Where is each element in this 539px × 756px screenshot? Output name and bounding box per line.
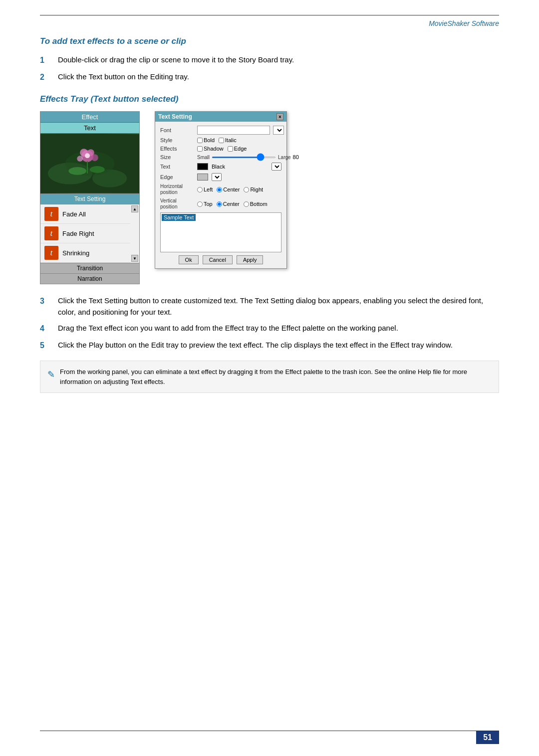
font-input[interactable] <box>197 126 270 135</box>
style-checkboxes: Bold Italic <box>197 137 281 143</box>
italic-checkbox[interactable] <box>219 138 224 143</box>
vert-center-item: Center <box>217 201 240 207</box>
vert-center-radio[interactable] <box>217 201 222 207</box>
horiz-row: Horizontalposition Left Center Right <box>160 184 281 195</box>
text-color-row: Text Black <box>160 163 281 171</box>
vert-bottom-label: Bottom <box>250 201 268 207</box>
size-label: Size <box>160 154 194 160</box>
shadow-label: Shadow <box>204 146 224 152</box>
horiz-radio-group: Left Center Right <box>197 187 281 192</box>
edge-color-swatch[interactable] <box>197 174 208 181</box>
italic-label: Italic <box>225 137 237 143</box>
svg-point-9 <box>85 153 90 158</box>
horiz-center-radio[interactable] <box>217 187 222 192</box>
font-dropdown[interactable] <box>273 126 284 135</box>
vert-bottom-radio[interactable] <box>244 201 249 207</box>
tray-text-bar[interactable]: Text <box>40 123 139 134</box>
section2-title: Effects Tray (Text button selected) <box>40 94 499 104</box>
sample-text-area[interactable]: Sample Text <box>160 212 281 252</box>
dialog-body: Font Style Bold Italic <box>155 122 286 268</box>
size-value: 80 <box>293 154 303 160</box>
font-row: Font <box>160 126 281 135</box>
vert-row: Verticalposition Top Center Bottom <box>160 198 281 210</box>
section1-title: To add text effects to a scene or clip <box>40 36 499 46</box>
font-label: Font <box>160 127 194 133</box>
shrinking-icon: t <box>44 246 58 260</box>
text-color-name: Black <box>212 164 270 170</box>
cancel-button[interactable]: Cancel <box>203 255 233 264</box>
bold-checkbox[interactable] <box>197 138 203 143</box>
effects-checkboxes: Shadow Edge <box>197 146 281 152</box>
scroll-down-btn[interactable]: ▼ <box>131 255 138 262</box>
page: MovieShaker Software To add text effects… <box>0 0 539 756</box>
step-num-3: 3 <box>40 295 58 307</box>
size-large-label: Large <box>278 155 291 160</box>
horiz-label: Horizontalposition <box>160 184 194 195</box>
edge-checkbox-item: Edge <box>228 146 247 152</box>
step-3-text: Click the Text Setting button to create … <box>58 295 499 318</box>
size-small-label: Small <box>197 155 210 160</box>
fade-all-label: Fade All <box>62 210 86 218</box>
tray-item-fadeall[interactable]: t Fade All <box>40 204 130 224</box>
bold-checkbox-item: Bold <box>197 137 215 143</box>
style-row: Style Bold Italic <box>160 137 281 143</box>
text-color-dropdown[interactable] <box>271 163 281 171</box>
step-2-text: Click the Text button on the Editing tra… <box>58 71 189 83</box>
svg-point-12 <box>90 166 105 173</box>
horiz-right-label: Right <box>250 187 263 192</box>
style-label: Style <box>160 137 194 143</box>
edge-color-row: Edge <box>160 173 281 181</box>
step-2: 2 Click the Text button on the Editing t… <box>40 71 499 83</box>
italic-checkbox-item: Italic <box>219 137 237 143</box>
edge-color-control <box>197 173 281 181</box>
size-slider[interactable] <box>212 157 276 158</box>
shadow-checkbox[interactable] <box>197 146 203 152</box>
horiz-right-radio[interactable] <box>244 187 249 192</box>
brand-text: MovieShaker Software <box>429 19 499 27</box>
vert-bottom-item: Bottom <box>244 201 268 207</box>
page-number: 51 <box>476 731 499 744</box>
svg-point-7 <box>77 156 83 162</box>
tray-item-faderight[interactable]: t Fade Right <box>40 224 130 243</box>
text-color-swatch[interactable] <box>197 163 208 170</box>
text-color-label: Text <box>160 164 194 170</box>
top-rule <box>40 15 499 15</box>
tray-preview-image <box>40 134 139 193</box>
vert-center-label: Center <box>223 201 240 207</box>
edge-checkbox[interactable] <box>228 146 233 152</box>
shadow-checkbox-item: Shadow <box>197 146 224 152</box>
edge-color-label: Edge <box>160 174 194 180</box>
step-list-2: 3 Click the Text Setting button to creat… <box>40 295 499 352</box>
dialog-close-btn[interactable]: × <box>276 113 283 120</box>
ok-button[interactable]: Ok <box>179 255 199 264</box>
step-num-2: 2 <box>40 71 58 83</box>
step-1-text: Double-click or drag the clip or scene t… <box>58 54 294 66</box>
size-row: Size Small Large 80 <box>160 154 281 160</box>
brand-header: MovieShaker Software <box>40 19 499 27</box>
horiz-left-label: Left <box>204 187 213 192</box>
apply-button[interactable]: Apply <box>237 255 264 264</box>
step-list-1: 1 Double-click or drag the clip or scene… <box>40 54 499 83</box>
tray-text-setting-bar[interactable]: Text Setting <box>40 193 139 204</box>
illustration-area: Effect Text <box>40 111 499 284</box>
step-5-text: Click the Play button on the Edit tray t… <box>58 340 453 351</box>
edge-color-dropdown[interactable] <box>212 173 222 181</box>
note-text: From the working panel, you can eliminat… <box>60 367 492 386</box>
step-5: 5 Click the Play button on the Edit tray… <box>40 340 499 352</box>
svg-point-8 <box>91 154 98 161</box>
tray-transition-bar[interactable]: Transition <box>40 263 139 273</box>
fade-all-icon: t <box>44 207 58 221</box>
tray-effects-list: ▲ t Fade All t Fade Right t Shrinking ▼ <box>40 204 139 263</box>
shrinking-label: Shrinking <box>62 249 89 257</box>
tray-item-shrinking[interactable]: t Shrinking <box>40 243 130 263</box>
text-color-control: Black <box>197 163 281 171</box>
vert-label: Verticalposition <box>160 198 194 210</box>
vert-top-label: Top <box>204 201 213 207</box>
horiz-left-radio[interactable] <box>197 187 203 192</box>
scroll-up-btn[interactable]: ▲ <box>131 205 138 212</box>
tray-narration-bar[interactable]: Narration <box>40 273 139 284</box>
vert-top-radio[interactable] <box>197 201 203 207</box>
note-icon: ✎ <box>47 368 55 381</box>
dialog-title: Text Setting <box>158 113 192 120</box>
step-num-4: 4 <box>40 323 58 335</box>
